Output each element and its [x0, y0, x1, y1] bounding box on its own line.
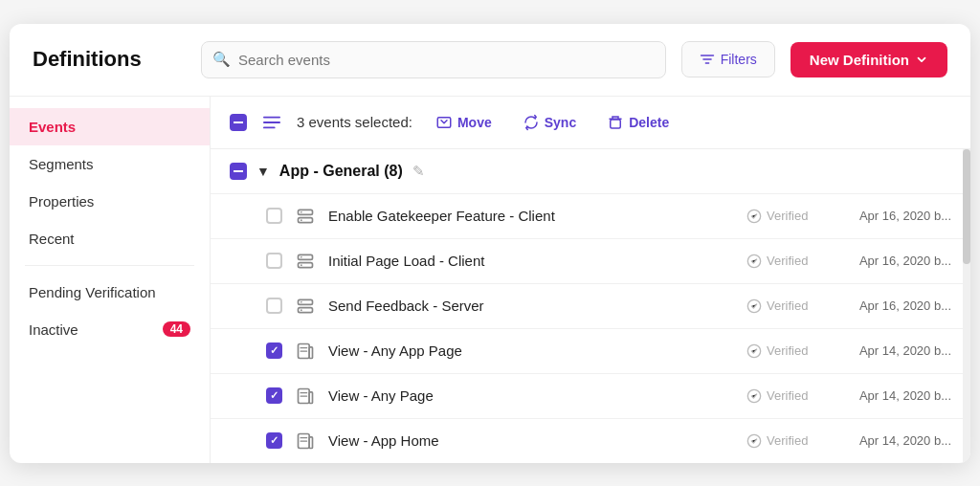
svg-rect-8	[611, 120, 621, 128]
new-definition-label: New Definition	[810, 52, 909, 68]
svg-rect-35	[309, 436, 312, 448]
sidebar-divider	[25, 265, 194, 266]
group-name: App - General (8)	[279, 163, 403, 180]
sync-label: Sync	[545, 115, 576, 130]
event-date-6: Apr 14, 2020 b...	[846, 433, 951, 448]
svg-rect-9	[299, 210, 313, 214]
sync-button[interactable]: Sync	[515, 110, 584, 135]
sync-icon	[523, 114, 540, 131]
event-date-2: Apr 16, 2020 b...	[846, 254, 951, 268]
action-bar: 3 events selected: Move	[211, 97, 970, 149]
table-row: View - Any App Page Verified Apr 14, 202…	[211, 328, 970, 373]
sidebar-item-inactive-label: Inactive	[29, 321, 78, 338]
verified-badge-6: Verified	[746, 433, 833, 449]
verified-badge-3: Verified	[746, 298, 833, 314]
table-row: Send Feedback - Server Verified Apr 16, …	[211, 283, 970, 328]
sidebar-item-events[interactable]: Events	[10, 108, 210, 145]
content-area: 3 events selected: Move	[211, 97, 970, 463]
sidebar-item-properties[interactable]: Properties	[10, 183, 210, 220]
sidebar-item-events-label: Events	[29, 119, 76, 135]
group-header: ▼ App - General (8) ✎	[211, 149, 970, 193]
row-checkbox-3[interactable]	[266, 298, 282, 314]
sidebar: Events Segments Properties Recent Pendin…	[10, 97, 211, 463]
svg-rect-10	[299, 217, 313, 222]
svg-rect-25	[309, 346, 312, 358]
event-icon-page	[296, 342, 315, 361]
edit-icon[interactable]: ✎	[412, 163, 425, 180]
arrow-annotation-container: 3 events selected: Move	[211, 97, 970, 149]
table-row: View - Any Page Verified Apr 14, 2020 b.…	[211, 373, 970, 418]
row-checkbox-6[interactable]	[266, 432, 282, 449]
event-icon-server	[296, 297, 315, 316]
event-date-1: Apr 16, 2020 b...	[846, 209, 951, 223]
verified-badge-1: Verified	[746, 209, 833, 224]
table-row: View - App Home Verified Apr 14, 2020 b.…	[211, 418, 970, 463]
sidebar-item-pending-verification[interactable]: Pending Verification	[10, 274, 210, 311]
svg-point-11	[301, 211, 302, 213]
sidebar-item-segments-label: Segments	[29, 156, 94, 172]
svg-point-21	[301, 301, 302, 303]
search-icon: 🔍	[212, 51, 231, 68]
event-name-4: View - Any App Page	[328, 342, 733, 359]
event-name-2: Initial Page Load - Client	[328, 253, 733, 269]
event-icon-server	[296, 252, 315, 271]
event-date-4: Apr 14, 2020 b...	[846, 343, 951, 358]
event-icon-page	[296, 431, 315, 451]
move-button[interactable]: Move	[428, 110, 500, 135]
svg-rect-15	[299, 262, 313, 267]
sidebar-item-inactive[interactable]: Inactive 44	[10, 311, 210, 348]
scrollbar-thumb[interactable]	[963, 149, 970, 264]
row-checkbox-4[interactable]	[266, 342, 282, 359]
verified-check-icon	[746, 343, 762, 359]
row-checkbox-2[interactable]	[266, 253, 282, 269]
verified-check-icon	[746, 433, 762, 449]
move-label: Move	[457, 115, 492, 130]
filters-button[interactable]: Filters	[681, 41, 775, 77]
filters-label: Filters	[721, 52, 757, 67]
filters-icon	[700, 52, 715, 67]
event-name-6: View - App Home	[328, 432, 733, 449]
sidebar-item-recent[interactable]: Recent	[10, 220, 210, 257]
app-window: Definitions 🔍 Filters New Definition Eve…	[10, 24, 970, 463]
verified-badge-2: Verified	[746, 254, 833, 269]
select-all-checkbox[interactable]	[230, 114, 247, 131]
svg-point-12	[301, 219, 302, 221]
sidebar-item-pending-label: Pending Verification	[29, 284, 156, 300]
top-bar: Definitions 🔍 Filters New Definition	[10, 24, 970, 97]
inactive-badge: 44	[163, 321, 190, 337]
svg-point-17	[301, 264, 302, 266]
sidebar-item-recent-label: Recent	[29, 231, 75, 247]
new-definition-button[interactable]: New Definition	[791, 42, 947, 77]
search-input[interactable]	[201, 41, 666, 78]
svg-rect-30	[309, 391, 312, 403]
table-row: Initial Page Load - Client Verified Apr …	[211, 238, 970, 283]
sidebar-item-segments[interactable]: Segments	[10, 145, 210, 183]
event-icon-server	[296, 207, 315, 226]
selected-count: 3 events selected:	[297, 114, 412, 130]
group-checkbox[interactable]	[230, 163, 247, 180]
page-title: Definitions	[33, 47, 186, 72]
event-name-5: View - Any Page	[328, 387, 733, 404]
move-icon	[435, 114, 453, 131]
table-area: ▼ App - General (8) ✎ Enable Gatekeeper …	[211, 149, 970, 463]
verified-check-icon	[746, 209, 762, 224]
row-checkbox-5[interactable]	[266, 387, 282, 404]
table-row: Enable Gatekeeper Feature - Client Verif…	[211, 193, 970, 238]
row-checkbox-1[interactable]	[266, 208, 282, 224]
event-name-1: Enable Gatekeeper Feature - Client	[328, 208, 733, 224]
chevron-down-icon	[915, 53, 928, 66]
svg-rect-20	[299, 307, 313, 312]
event-date-5: Apr 14, 2020 b...	[846, 388, 951, 403]
chevron-down-icon[interactable]: ▼	[256, 164, 270, 179]
svg-rect-19	[299, 299, 313, 304]
event-icon-page	[296, 387, 315, 406]
verified-check-icon	[746, 298, 762, 314]
delete-label: Delete	[629, 115, 669, 130]
verified-check-icon	[746, 254, 762, 269]
delete-button[interactable]: Delete	[599, 110, 677, 135]
filter-lines-icon[interactable]	[262, 114, 281, 131]
svg-point-16	[301, 256, 302, 258]
scrollbar-track[interactable]	[963, 149, 970, 463]
verified-check-icon	[746, 388, 762, 404]
verified-badge-4: Verified	[746, 343, 833, 359]
